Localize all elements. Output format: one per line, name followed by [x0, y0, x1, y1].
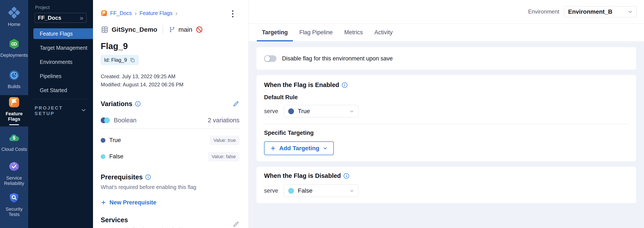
builds-icon: [8, 70, 20, 82]
environment-select[interactable]: Environment_B: [564, 6, 637, 17]
tab-targeting[interactable]: Targeting: [257, 24, 293, 41]
nav-item-environments[interactable]: Environments: [33, 57, 93, 67]
variation-color-dot: [101, 138, 106, 143]
variation-color-dot: [288, 188, 294, 194]
default-rule-serve-row: serve True: [264, 105, 628, 118]
plus-icon: [270, 145, 276, 151]
chevron-down-icon: [628, 9, 633, 15]
module-item-feature-flags[interactable]: Feature Flags: [0, 95, 28, 127]
flag-enabled-heading: When the Flag is Enabled: [264, 81, 339, 88]
home-icon: [8, 7, 20, 20]
flag-disabled-header: When the Flag is Disabled: [264, 172, 628, 179]
variation-color-dot: [101, 154, 106, 159]
copy-icon[interactable]: [130, 57, 135, 63]
vertical-divider: [163, 25, 163, 34]
git-repo-name: GitSync_Demo: [112, 26, 157, 33]
project-selector[interactable]: FF_Docs »: [35, 13, 86, 23]
serve-label: serve: [264, 187, 278, 194]
module-label: Feature Flags: [0, 111, 28, 122]
flag-mini-icon: [101, 10, 107, 17]
services-description: Services this flag is associated with: [101, 227, 184, 228]
variation-count: 2 variations: [208, 117, 240, 124]
page-title: Flag_9: [101, 41, 240, 51]
nav-item-target-management[interactable]: Target Management: [33, 42, 93, 53]
breadcrumb-link-feature-flags[interactable]: Feature Flags: [140, 10, 172, 16]
nav-item-get-started[interactable]: Get Started: [33, 85, 93, 95]
breadcrumb-separator: ›: [175, 10, 178, 17]
services-heading: Services: [101, 216, 184, 224]
project-nav-items: Feature Flags Target Management Environm…: [28, 28, 93, 95]
edit-services-icon[interactable]: [232, 221, 240, 228]
flag-options-menu-button[interactable]: [231, 10, 234, 18]
svg-text:$: $: [13, 136, 16, 141]
module-rail: Home Deployments Builds: [0, 0, 28, 228]
module-item-security-tests[interactable]: Security Tests: [0, 189, 28, 220]
prerequisites-header: Prerequisites: [101, 173, 240, 181]
nav-item-feature-flags[interactable]: Feature Flags: [33, 28, 93, 39]
variation-color-dot: [288, 108, 294, 114]
tab-activity[interactable]: Activity: [369, 24, 398, 41]
project-nav: Project FF_Docs » Feature Flags Target M…: [28, 0, 93, 228]
variations-header: Variations: [101, 100, 240, 108]
module-label: Deployments: [0, 53, 28, 58]
variation-name: False: [109, 153, 123, 160]
disabled-serve-row: serve False: [264, 184, 628, 197]
variation-type-label: Boolean: [114, 117, 136, 124]
info-icon[interactable]: [145, 174, 151, 180]
environment-label: Environment: [528, 8, 559, 15]
project-setup-toggle[interactable]: PROJECT SETUP: [35, 105, 86, 116]
module-item-cloud-costs[interactable]: $ Cloud Costs: [0, 127, 28, 158]
app-root: Home Deployments Builds: [0, 0, 644, 228]
plus-icon: [101, 200, 106, 205]
prerequisites-heading: Prerequisites: [101, 173, 142, 181]
disable-flag-card: Disable flag for this environment upon s…: [256, 47, 636, 70]
module-item-home[interactable]: Home: [0, 1, 28, 33]
divider: [264, 124, 628, 124]
chevron-down-icon: [349, 109, 354, 114]
breadcrumb-link-project[interactable]: FF_Docs: [110, 10, 132, 16]
module-item-builds[interactable]: Builds: [0, 64, 28, 95]
prerequisites-description: What’s required before enabling this fla…: [101, 184, 240, 190]
module-label: Service Reliability: [0, 175, 28, 186]
module-item-service-reliability[interactable]: Service Reliability: [0, 158, 28, 189]
variation-row-true: True Value: true: [101, 136, 240, 145]
module-label: Cloud Costs: [1, 147, 27, 152]
chevron-down-icon: [323, 146, 328, 151]
flag-dates: Created: July 13, 2022 09:25 AM Modified…: [101, 72, 240, 89]
add-targeting-button[interactable]: Add Targeting: [264, 141, 334, 155]
edit-variations-icon[interactable]: [232, 100, 240, 107]
environment-panel: Environment Environment_B Targeting Flag…: [249, 0, 644, 228]
nav-item-pipelines[interactable]: Pipelines: [33, 71, 93, 81]
variations-heading: Variations: [101, 100, 132, 108]
module-label: Security Tests: [0, 206, 28, 217]
disable-flag-label: Disable flag for this environment upon s…: [282, 55, 393, 62]
new-prerequisite-button[interactable]: New Prerequisite: [101, 199, 156, 206]
created-date: Created: July 13, 2022 09:25 AM: [101, 72, 240, 81]
deployments-icon: [8, 38, 20, 50]
flag-disabled-heading: When the Flag is Disabled: [264, 172, 341, 179]
flag-detail-panel: FF_Docs › Feature Flags › GitSync_Demo: [93, 0, 249, 228]
services-header: Services Services this flag is associate…: [101, 216, 240, 228]
flag-env-tabs: Targeting Flag Pipeline Metrics Activity: [249, 24, 644, 42]
tab-flag-pipeline[interactable]: Flag Pipeline: [294, 24, 338, 41]
environment-select-value: Environment_B: [568, 8, 612, 15]
flag-enabled-card: When the Flag is Enabled Default Rule se…: [256, 75, 636, 162]
double-chevron-right-icon: »: [80, 15, 84, 21]
project-selector-value: FF_Docs: [38, 15, 61, 21]
default-serve-select[interactable]: True: [284, 105, 358, 118]
variation-type-row: Boolean 2 variations: [101, 117, 240, 124]
git-repo-icon: [101, 26, 108, 34]
module-item-deployments[interactable]: Deployments: [0, 33, 28, 64]
disable-flag-toggle[interactable]: [264, 55, 276, 62]
feature-flags-icon: [8, 96, 20, 109]
git-sync-disabled-icon[interactable]: [196, 26, 203, 33]
info-icon[interactable]: [342, 82, 348, 88]
variation-row-false: False Value: false: [101, 152, 240, 161]
disabled-serve-select[interactable]: False: [284, 184, 358, 197]
active-module-underline: [9, 124, 19, 125]
info-icon[interactable]: [344, 173, 349, 179]
info-icon[interactable]: [135, 101, 141, 107]
chevron-down-icon: [80, 107, 86, 115]
tab-metrics[interactable]: Metrics: [339, 24, 368, 41]
breadcrumb-separator: ›: [134, 10, 137, 17]
